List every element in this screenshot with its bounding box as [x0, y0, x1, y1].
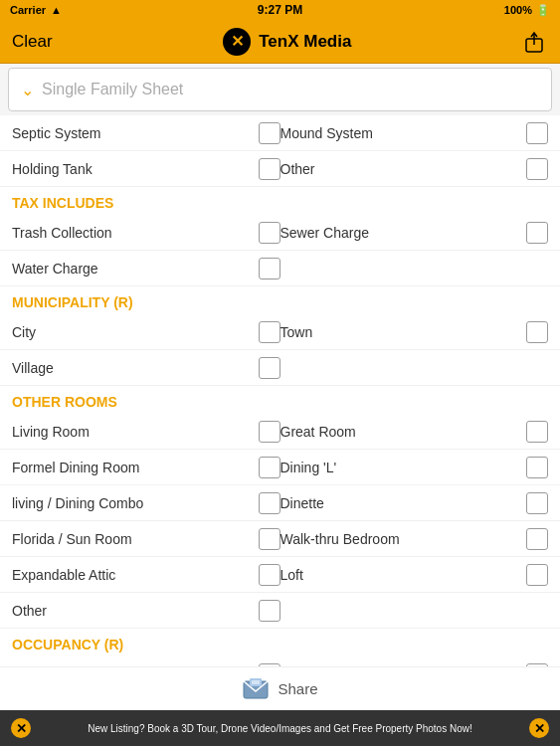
pre-section: Septic System Mound System Holding Tank …	[0, 115, 560, 187]
label-mound-system: Mound System	[280, 125, 523, 141]
checkbox-immediate[interactable]	[259, 663, 280, 667]
checkbox-living-room[interactable]	[259, 421, 280, 443]
label-expandable-attic: Expandable Attic	[12, 567, 255, 583]
time-label: 9:27 PM	[258, 3, 302, 17]
checkbox-great-room[interactable]	[526, 421, 548, 443]
section-header-municipality: MUNICIPALITY (R)	[0, 286, 560, 314]
label-walk-thru-bedroom: Walk-thru Bedroom	[280, 531, 523, 547]
label-sewer-charge: Sewer Charge	[280, 225, 523, 241]
share-bar: Share	[0, 666, 560, 710]
label-water-charge: Water Charge	[12, 261, 255, 277]
label-dinette: Dinette	[280, 495, 523, 511]
checkbox-town[interactable]	[526, 321, 548, 343]
wifi-icon: ▲	[51, 4, 62, 16]
section-header-occupancy: OCCUPANCY (R)	[0, 629, 560, 656]
checkbox-loft[interactable]	[526, 564, 548, 586]
checkbox-1-15-days[interactable]	[526, 663, 548, 667]
nav-bar: Clear ✕ TenX Media	[0, 20, 560, 64]
battery-icon: 🔋	[536, 4, 550, 17]
clear-button[interactable]: Clear	[12, 32, 53, 52]
label-city: City	[12, 324, 255, 340]
svg-text:✕: ✕	[231, 33, 244, 50]
checkbox-city[interactable]	[259, 321, 280, 343]
label-florida-sun-room: Florida / Sun Room	[12, 531, 255, 547]
app-title: TenX Media	[259, 32, 351, 52]
dropdown-arrow-icon: ⌄	[21, 81, 34, 99]
dropdown-bar[interactable]: ⌄ Single Family Sheet	[8, 68, 552, 111]
checkbox-other-pre[interactable]	[526, 158, 548, 180]
share-button[interactable]	[520, 28, 548, 56]
label-other-rooms: Other	[12, 603, 255, 619]
svg-text:✕: ✕	[534, 721, 545, 736]
label-formel-dining: Formel Dining Room	[12, 460, 255, 475]
row-septic: Septic System Mound System	[0, 115, 560, 151]
checkbox-florida-sun-room[interactable]	[259, 528, 280, 550]
checkbox-expandable-attic[interactable]	[259, 564, 280, 586]
label-holding-tank: Holding Tank	[12, 161, 255, 177]
nav-center: ✕ TenX Media	[221, 26, 351, 58]
share-envelope-icon	[242, 675, 270, 703]
checkbox-sewer-charge[interactable]	[526, 222, 548, 244]
share-label[interactable]: Share	[278, 680, 317, 697]
label-living-dining-combo: living / Dining Combo	[12, 495, 255, 511]
app-logo: ✕	[221, 26, 253, 58]
checkbox-trash-collection[interactable]	[259, 222, 280, 244]
checkbox-mound-system[interactable]	[526, 122, 548, 144]
row-immediate: Immediate 1-15 Days	[0, 656, 560, 666]
checkbox-septic-system[interactable]	[259, 122, 280, 144]
row-water: Water Charge	[0, 251, 560, 286]
checkbox-holding-tank[interactable]	[259, 158, 280, 180]
label-1-15-days: 1-15 Days	[280, 666, 523, 667]
row-holding-tank: Holding Tank Other	[0, 151, 560, 187]
label-living-room: Living Room	[12, 424, 255, 440]
label-town: Town	[280, 324, 523, 340]
label-septic-system: Septic System	[12, 125, 255, 141]
section-header-tax: TAX INCLUDES	[0, 187, 560, 215]
svg-text:✕: ✕	[16, 721, 27, 736]
section-header-other-rooms: OTHER ROOMS	[0, 386, 560, 414]
label-other-pre: Other	[280, 161, 523, 177]
banner-text[interactable]: New Listing? Book a 3D Tour, Drone Video…	[32, 722, 528, 735]
share-icon-wrap	[242, 675, 270, 703]
svg-rect-5	[250, 678, 262, 686]
checkbox-dining-l[interactable]	[526, 457, 548, 478]
row-city: City Town	[0, 314, 560, 350]
label-loft: Loft	[280, 567, 523, 583]
label-great-room: Great Room	[280, 424, 523, 440]
checkbox-water-charge[interactable]	[259, 258, 280, 280]
label-immediate: Immediate	[12, 666, 255, 667]
status-bar: Carrier ▲ 9:27 PM 100% 🔋	[0, 0, 560, 20]
banner-logo-right: ✕	[528, 717, 550, 739]
row-florida-sun-room: Florida / Sun Room Walk-thru Bedroom	[0, 521, 560, 557]
checkbox-other-rooms[interactable]	[259, 600, 280, 622]
label-dining-l: Dining 'L'	[280, 460, 523, 475]
battery-label: 100%	[504, 4, 532, 16]
banner-logo-left: ✕	[10, 717, 32, 739]
row-other-rooms: Other	[0, 593, 560, 629]
carrier-label: Carrier	[10, 4, 46, 16]
checkbox-village[interactable]	[259, 357, 280, 379]
label-trash-collection: Trash Collection	[12, 225, 255, 241]
row-living-room: Living Room Great Room	[0, 414, 560, 450]
bottom-banner: ✕ New Listing? Book a 3D Tour, Drone Vid…	[0, 710, 560, 746]
checkbox-dinette[interactable]	[526, 492, 548, 514]
dropdown-placeholder: Single Family Sheet	[42, 81, 183, 98]
row-formal-dining: Formel Dining Room Dining 'L'	[0, 450, 560, 485]
share-icon	[523, 31, 545, 53]
row-expandable-attic: Expandable Attic Loft	[0, 557, 560, 593]
checkbox-walk-thru-bedroom[interactable]	[526, 528, 548, 550]
row-living-dining-combo: living / Dining Combo Dinette	[0, 485, 560, 521]
scroll-area[interactable]: Septic System Mound System Holding Tank …	[0, 115, 560, 666]
checkbox-formel-dining[interactable]	[259, 457, 280, 478]
label-village: Village	[12, 360, 255, 376]
checkbox-living-dining-combo[interactable]	[259, 492, 280, 514]
row-village: Village	[0, 350, 560, 386]
row-trash: Trash Collection Sewer Charge	[0, 215, 560, 251]
